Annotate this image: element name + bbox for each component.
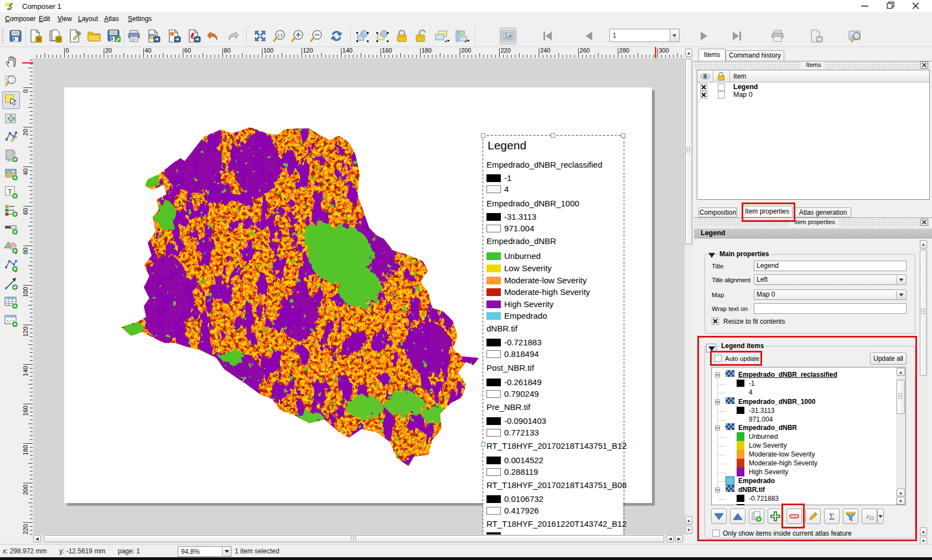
svg-text:60: 60 [22,208,29,215]
svg-text:20: 20 [105,47,112,54]
svg-text:80: 80 [22,247,29,254]
svg-text:100: 100 [263,47,273,54]
svg-text:140: 140 [22,366,29,376]
svg-text:180: 180 [422,47,432,54]
svg-text:220: 220 [500,47,510,54]
svg-text:200: 200 [22,485,29,495]
svg-text:220: 220 [22,524,29,534]
svg-text:280: 280 [619,47,629,54]
svg-text:20: 20 [22,129,29,136]
svg-text:0: 0 [22,90,29,93]
svg-text:300: 300 [659,47,669,54]
svg-text:140: 140 [343,47,353,54]
svg-text:180: 180 [22,445,29,455]
svg-text:0: 0 [66,47,69,54]
svg-text:160: 160 [22,406,29,416]
svg-text:160: 160 [382,47,392,54]
svg-text:1:1: 1:1 [277,33,283,38]
svg-text:80: 80 [224,47,230,54]
svg-text:40: 40 [144,47,151,54]
svg-text:T: T [8,187,12,195]
svg-text:120: 120 [22,326,29,336]
svg-text:120: 120 [303,47,313,54]
svg-text:260: 260 [579,47,589,54]
svg-text:200: 200 [461,47,471,54]
svg-text:60: 60 [184,47,191,54]
svg-text:240: 240 [540,47,550,54]
svg-text:40: 40 [22,168,29,175]
svg-text:100: 100 [22,287,29,297]
